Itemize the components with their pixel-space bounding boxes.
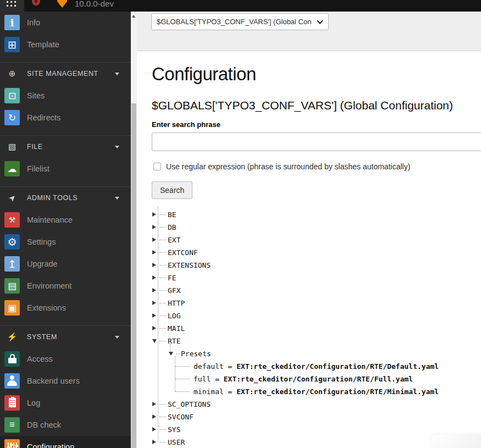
section-header-label: FILE — [27, 136, 43, 158]
tree-leaf-default: default = EXT:rte_ckeditor/Configuration… — [152, 360, 481, 373]
tree-node-sys[interactable]: SYS — [152, 423, 481, 436]
section-system: ⚡ SYSTEM Access Backend users Log ≡ DB c… — [0, 325, 131, 448]
configuration-select-wrap: $GLOBALS['TYPO3_CONF_VARS'] (Global Conf… — [151, 13, 329, 30]
sidebar-item-backend-users[interactable]: Backend users — [0, 370, 131, 392]
regex-checkbox-label: Use regular expression (phrase is surrou… — [166, 162, 410, 171]
tree-node-db[interactable]: DB — [152, 221, 481, 234]
sidebar-item-maintenance[interactable]: ⚒ Maintenance — [0, 209, 131, 231]
section-header-label: SITE MANAGEMENT — [27, 63, 98, 85]
tree-node-log[interactable]: LOG — [152, 309, 481, 322]
sidebar-item-label: Settings — [27, 231, 56, 253]
tree-node-rte[interactable]: RTE — [152, 335, 481, 347]
gears-icon: ⚙ — [4, 234, 20, 250]
sites-monitor-icon: ⊡ — [4, 88, 20, 103]
sidebar-item-extensions[interactable]: ▣ Extensions — [0, 297, 131, 319]
section-header-file[interactable]: ▧ FILE — [0, 136, 131, 158]
db-stack-icon: ≡ — [4, 417, 20, 433]
sidebar-item-label: Environment — [27, 275, 71, 297]
sidebar-item-redirects[interactable]: ↻ Redirects — [0, 107, 131, 129]
sidebar-item-label: Configuration — [27, 436, 74, 448]
tree-node-presets[interactable]: Presets — [152, 347, 481, 360]
section-header-system[interactable]: ⚡ SYSTEM — [0, 326, 131, 348]
expand-icon[interactable] — [152, 237, 156, 242]
expand-icon[interactable] — [152, 313, 156, 318]
search-button[interactable]: Search — [152, 181, 192, 199]
scroll-up-arrow-icon[interactable] — [132, 15, 135, 18]
configuration-tree: BE DB EXT EXTCONF EXTENSIONS FE GFX HTTP… — [152, 208, 481, 448]
tree-node-sc-options[interactable]: SC_OPTIONS — [152, 398, 481, 411]
cloud-files-icon: ☁ — [4, 161, 20, 176]
tree-node-svconf[interactable]: SVCONF — [152, 411, 481, 423]
section-admin-tools: ➤ ADMIN TOOLS ⚒ Maintenance ⚙ Settings ↥… — [0, 186, 131, 319]
tree-node-ext[interactable]: EXT — [152, 234, 481, 246]
sidebar-item-access[interactable]: Access — [0, 348, 131, 370]
doc-header: $GLOBALS['TYPO3_CONF_VARS'] (Global Conf… — [137, 12, 481, 51]
section-header-label: ADMIN TOOLS — [27, 187, 78, 209]
clipboard-icon — [4, 395, 20, 411]
expand-icon[interactable] — [152, 427, 156, 432]
expand-icon[interactable] — [152, 275, 156, 280]
expand-icon[interactable] — [152, 225, 156, 229]
section-file: ▧ FILE ☁ Filelist — [0, 135, 131, 180]
tree-node-extensions[interactable]: EXTENSIONS — [152, 259, 481, 272]
sidebar-item-db-check[interactable]: ≡ DB check — [0, 414, 131, 436]
sidebar-item-template[interactable]: ⊞ Template — [0, 34, 131, 56]
collapse-icon[interactable] — [152, 339, 157, 343]
rocket-icon: ➤ — [6, 187, 18, 209]
section-header-site-management[interactable]: ⊕ SITE MANAGEMENT — [0, 63, 131, 85]
wrench-icon: ⚒ — [4, 212, 20, 228]
typo3-logo-icon[interactable] — [57, 0, 67, 8]
section-site-management: ⊕ SITE MANAGEMENT ⊡ Sites ↻ Redirects — [0, 62, 131, 129]
expand-icon[interactable] — [152, 440, 156, 444]
sidebar-item-label: Access — [27, 348, 53, 370]
expand-icon[interactable] — [152, 288, 156, 292]
tree-leaf-full: full = EXT:rte_ckeditor/Configuration/RT… — [152, 373, 481, 385]
tree-node-mail[interactable]: MAIL — [152, 322, 481, 335]
collapse-icon[interactable] — [169, 352, 173, 356]
expand-icon[interactable] — [152, 263, 156, 267]
top-bar: 10.0.0-dev — [0, 0, 481, 12]
scrollbar-thumb[interactable] — [131, 103, 136, 448]
expand-icon[interactable] — [152, 326, 156, 330]
grid-menu-icon — [5, 0, 17, 8]
tree-node-gfx[interactable]: GFX — [152, 284, 481, 297]
sidebar-item-info[interactable]: i Info — [0, 12, 131, 34]
module-sidebar: i Info ⊞ Template ⊕ SITE MANAGEMENT ⊡ Si… — [0, 12, 131, 448]
sidebar-item-label: Filelist — [27, 158, 49, 180]
regex-option-row: Use regular expression (phrase is surrou… — [152, 162, 481, 171]
sidebar-item-filelist[interactable]: ☁ Filelist — [0, 158, 131, 180]
sidebar-item-settings[interactable]: ⚙ Settings — [0, 231, 131, 253]
tree-leaf-minimal: minimal = EXT:rte_ckeditor/Configuration… — [152, 385, 481, 398]
system-status-badge[interactable] — [32, 0, 40, 5]
sidebar-item-label: Sites — [27, 85, 45, 107]
sidebar-item-sites[interactable]: ⊡ Sites — [0, 85, 131, 107]
section-header-admin-tools[interactable]: ➤ ADMIN TOOLS — [0, 187, 131, 209]
expand-icon[interactable] — [152, 301, 156, 305]
upgrade-arrow-icon: ↥ — [4, 256, 20, 272]
tree-node-be[interactable]: BE — [152, 208, 481, 221]
tree-node-extconf[interactable]: EXTCONF — [152, 246, 481, 259]
expand-icon[interactable] — [152, 402, 156, 406]
module-menu-button[interactable] — [0, 0, 24, 12]
sidebar-item-environment[interactable]: ▤ Environment — [0, 275, 131, 297]
sidebar-scrollbar[interactable] — [131, 12, 137, 448]
sidebar-item-upgrade[interactable]: ↥ Upgrade — [0, 253, 131, 275]
search-input[interactable] — [152, 132, 481, 151]
sidebar-item-configuration[interactable]: Configuration — [0, 436, 131, 448]
chevron-down-icon — [115, 146, 119, 148]
tree-node-http[interactable]: HTTP — [152, 297, 481, 309]
info-icon: i — [4, 15, 20, 30]
expand-icon[interactable] — [152, 414, 156, 419]
expand-icon[interactable] — [152, 212, 156, 217]
alert-dot-icon — [35, 0, 37, 3]
version-label: 10.0.0-dev — [75, 0, 114, 8]
sidebar-item-log[interactable]: Log — [0, 392, 131, 414]
sidebar-item-label: Backend users — [27, 370, 80, 392]
corner-notification — [432, 434, 481, 448]
expand-icon[interactable] — [152, 250, 156, 255]
tree-node-fe[interactable]: FE — [152, 272, 481, 284]
section-web: i Info ⊞ Template — [0, 12, 131, 56]
search-phrase-label: Enter search phrase — [152, 120, 481, 129]
regex-checkbox[interactable] — [153, 163, 161, 170]
configuration-selector[interactable]: $GLOBALS['TYPO3_CONF_VARS'] (Global Conf… — [151, 13, 329, 30]
